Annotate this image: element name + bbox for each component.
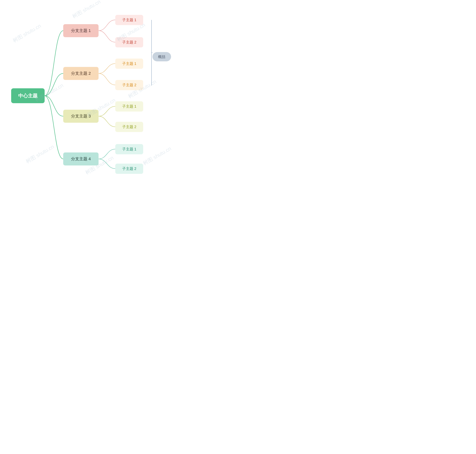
diagram-container: 树图 shutu.cn 树图 shutu.cn 树图 shutu.cn 树图 s… — [0, 0, 204, 195]
sub1-2-label: 子主题 2 — [122, 40, 136, 45]
branch4-node[interactable]: 分支主题 4 — [63, 152, 98, 166]
branch2-node[interactable]: 分支主题 2 — [63, 67, 98, 80]
watermark: 树图 shutu.cn — [142, 145, 173, 167]
center-node[interactable]: 中心主题 — [11, 88, 45, 103]
watermark: 树图 shutu.cn — [12, 22, 42, 44]
sub3-2-node[interactable]: 子主题 2 — [115, 122, 143, 132]
watermark: 树图 shutu.cn — [71, 0, 102, 20]
sub1-2-node[interactable]: 子主题 2 — [115, 37, 143, 47]
sub2-1-node[interactable]: 子主题 1 — [115, 59, 143, 69]
branch1-label: 分支主题 1 — [71, 28, 91, 33]
summary-label: 概括 — [158, 54, 166, 59]
branch2-label: 分支主题 2 — [71, 71, 91, 76]
sub2-1-label: 子主题 1 — [122, 61, 136, 66]
sub3-1-label: 子主题 1 — [122, 104, 136, 109]
sub3-1-node[interactable]: 子主题 1 — [115, 101, 143, 112]
sub1-1-node[interactable]: 子主题 1 — [115, 15, 143, 25]
sub1-1-label: 子主题 1 — [122, 17, 136, 23]
center-node-label: 中心主题 — [18, 93, 38, 99]
watermark: 树图 shutu.cn — [24, 143, 55, 165]
sub4-1-label: 子主题 1 — [122, 147, 136, 152]
branch3-node[interactable]: 分支主题 3 — [63, 110, 98, 123]
sub4-2-label: 子主题 2 — [122, 166, 136, 171]
sub4-2-node[interactable]: 子主题 2 — [115, 164, 143, 174]
sub2-2-label: 子主题 2 — [122, 83, 136, 88]
sub3-2-label: 子主题 2 — [122, 124, 136, 129]
sub2-2-node[interactable]: 子主题 2 — [115, 80, 143, 90]
summary-node[interactable]: 概括 — [152, 52, 171, 61]
branch3-label: 分支主题 3 — [71, 114, 91, 119]
sub4-1-node[interactable]: 子主题 1 — [115, 144, 143, 154]
branch4-label: 分支主题 4 — [71, 156, 91, 162]
branch1-node[interactable]: 分支主题 1 — [63, 24, 98, 37]
